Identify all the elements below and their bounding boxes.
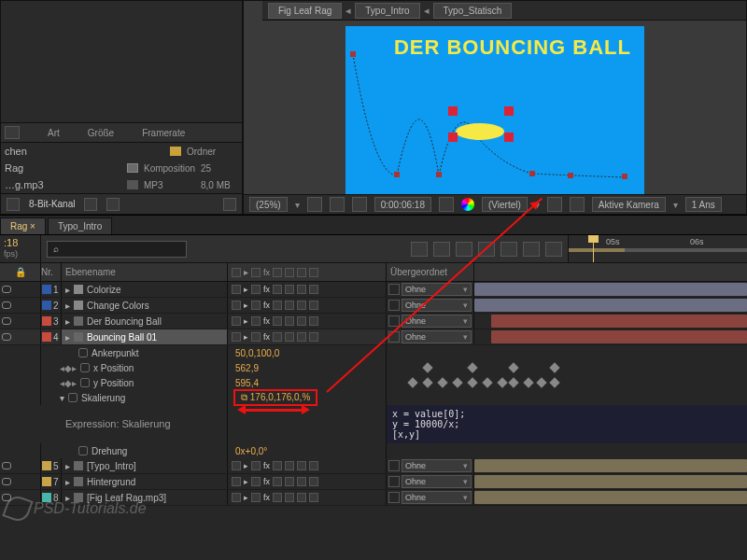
project-row[interactable]: …g.mp3 MP3 8,0 MB [1,176,242,193]
resolution-dropdown[interactable]: (Viertel) [482,197,528,212]
parent-dropdown[interactable]: Ohne▾ [402,330,472,343]
filter-icon[interactable] [5,126,20,139]
grid-icon[interactable] [307,197,322,212]
twirl-icon[interactable]: ▸ [65,316,70,327]
new-folder-icon[interactable] [106,198,120,211]
stopwatch-icon[interactable] [80,363,90,372]
layer-bar[interactable] [491,330,747,343]
brainstorm-icon[interactable] [500,242,517,257]
layer-row[interactable]: 5 ▸ [Typo_Intro] ▸ fx Ohne▾ [0,458,747,474]
label-color[interactable] [42,332,51,342]
transform-handle[interactable] [448,106,458,116]
region-icon[interactable] [547,197,562,212]
visibility-icon[interactable] [2,462,11,469]
layer-row[interactable]: 1 ▸ Colorize ▸ fx Ohne▾ [0,282,747,298]
switch-icon[interactable] [273,268,282,277]
project-row[interactable]: Rag Komposition 25 [1,160,242,176]
bpc-toggle[interactable]: 8-Bit-Kanal [29,199,75,209]
viewer-tab[interactable]: Typo_Statisch [433,3,513,19]
auto-keyframe-icon[interactable] [523,242,540,257]
stopwatch-icon[interactable] [80,378,90,387]
pickwhip-icon[interactable] [388,476,400,487]
current-time[interactable]: 0:00:06:18 [374,197,431,212]
keyframe-icon[interactable] [422,362,432,372]
col-framerate[interactable]: Framerate [142,128,185,138]
views-dropdown[interactable]: 1 Ans [685,197,722,212]
label-color[interactable] [42,285,51,294]
keyframe-icon[interactable] [407,377,417,387]
stopwatch-icon[interactable] [68,393,78,402]
layer-bar[interactable] [474,475,747,488]
label-color[interactable] [42,477,51,486]
layer-search-input[interactable] [47,241,187,258]
new-comp-icon[interactable] [223,198,236,211]
label-color[interactable] [42,461,51,470]
visibility-icon[interactable] [2,317,11,325]
parent-dropdown[interactable]: Ohne▾ [402,491,472,504]
timeline-tab[interactable]: Typo_Intro [48,217,112,234]
frame-blend-icon[interactable] [456,242,472,257]
timeline-tab[interactable]: Rag × [0,217,46,234]
keyframe-icon[interactable] [508,377,518,387]
twirl-icon[interactable]: ▸ [65,285,70,295]
highlighted-value[interactable]: ⧉ 176,0,176,0,% [235,391,316,404]
project-row[interactable]: chen Ordner [1,143,242,160]
switch-icon[interactable] [285,268,294,277]
prop-value[interactable]: ⧉ 176,0,176,0,% [228,390,387,405]
prop-label[interactable]: Drehung [41,443,228,458]
current-time-display[interactable]: :18 fps) [0,235,41,262]
visibility-icon[interactable] [2,478,11,485]
channel-icon[interactable] [461,198,474,211]
layer-row[interactable]: 3 ▸ Der Bouncing Ball ▸ fx Ohne▾ [0,314,747,329]
visibility-icon[interactable] [2,333,11,341]
prop-label[interactable]: ◂◆▸x Position [41,360,228,375]
visibility-icon[interactable] [2,301,11,309]
prop-value[interactable]: 562,9 [228,360,387,375]
keyframe-icon[interactable] [437,377,447,387]
interpret-icon[interactable] [7,198,20,211]
transform-handle[interactable] [504,106,514,116]
prop-label[interactable]: ▾Skalierung [41,390,228,405]
keyframe-icon[interactable] [549,362,559,372]
col-size[interactable]: Größe [88,128,114,138]
trash-icon[interactable] [84,198,97,211]
stopwatch-icon[interactable] [78,348,88,357]
layer-bar[interactable] [474,299,747,312]
parent-dropdown[interactable]: Ohne▾ [402,299,472,312]
switch-icon[interactable] [251,268,261,277]
time-ruler[interactable]: 05s 06s [568,235,747,262]
label-color[interactable] [42,316,51,326]
composition-canvas[interactable]: DER BOUNCING BALL [345,26,644,194]
layer-bar[interactable] [491,315,747,328]
layer-row[interactable]: 7 ▸ Hintergrund ▸ fx Ohne▾ [0,474,747,490]
ball-layer[interactable] [456,123,504,140]
playhead[interactable] [593,235,594,262]
snapshot-icon[interactable] [439,197,454,212]
keyframe-icon[interactable] [549,377,559,387]
keyframe-icon[interactable] [467,362,477,372]
layer-bar[interactable] [474,283,747,296]
comp-mini-flowchart-icon[interactable] [411,242,428,257]
prop-label[interactable]: Ankerpunkt [41,345,228,360]
parent-dropdown[interactable]: Ohne▾ [402,475,472,488]
keyframe-icon[interactable] [452,377,462,387]
pickwhip-icon[interactable] [388,284,400,295]
keyframe-icon[interactable] [422,377,432,387]
twirl-icon[interactable]: ▸ [65,461,70,471]
label-color[interactable] [42,301,51,310]
viewer-tab[interactable]: Fig Leaf Rag [268,3,342,19]
guides-icon[interactable] [330,197,345,212]
transform-handle[interactable] [504,133,514,142]
keyframe-icon[interactable] [508,362,518,372]
keyframe-icon[interactable] [467,377,477,387]
keyframe-icon[interactable] [536,377,546,387]
switch-icon[interactable] [232,268,241,277]
transparency-icon[interactable] [570,197,585,212]
switch-icon[interactable] [297,268,306,277]
transform-handle[interactable] [448,133,458,142]
keyframe-icon[interactable] [523,377,533,387]
pickwhip-icon[interactable] [388,460,400,471]
expression-code[interactable]: x = value[0]; y = 10000/x; [x,y] [387,405,747,443]
draft3d-icon[interactable] [433,242,450,257]
camera-dropdown[interactable]: Aktive Kamera [592,197,666,212]
